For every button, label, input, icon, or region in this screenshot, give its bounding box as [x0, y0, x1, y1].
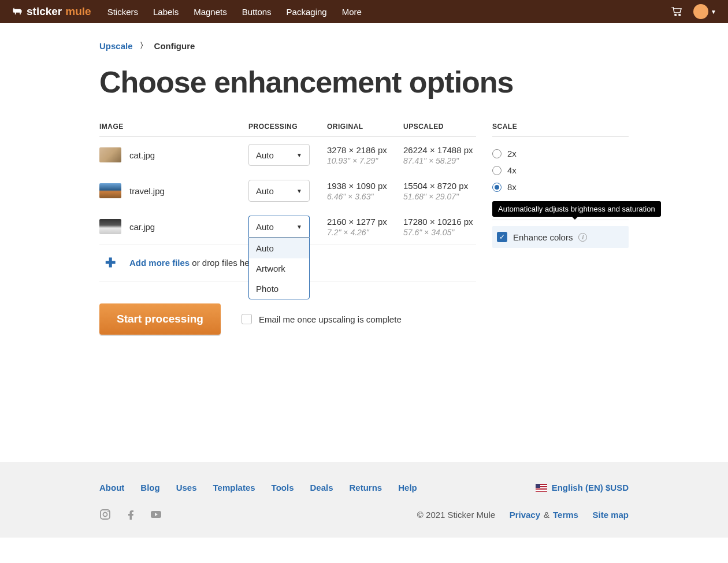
dropdown-option-photo[interactable]: Photo: [249, 279, 309, 299]
caret-down-icon: ▼: [296, 188, 302, 194]
instagram-icon[interactable]: [99, 509, 111, 520]
upscaled-in: 87.41" × 58.29": [403, 156, 476, 165]
ampersand: &: [544, 510, 549, 520]
footer-help[interactable]: Help: [398, 483, 417, 492]
upscaled-px: 17280 × 10216 px: [403, 217, 476, 227]
enhance-colors-checkbox[interactable]: ✓: [497, 232, 507, 242]
original-in: 10.93" × 7.29": [327, 156, 403, 165]
logo-text-1: sticker: [27, 5, 62, 18]
cell-upscaled: 17280 × 10216 px 57.6" × 34.05": [403, 217, 476, 237]
upscaled-in: 51.68" × 29.07": [403, 192, 476, 201]
footer-deals[interactable]: Deals: [310, 483, 333, 492]
cell-processing: Auto ▼: [248, 144, 327, 166]
svg-point-0: [674, 14, 676, 16]
upscaled-px: 26224 × 17488 px: [403, 145, 476, 155]
nav-stickers[interactable]: Stickers: [107, 7, 138, 17]
caret-down-icon: ▼: [296, 152, 302, 158]
footer-returns[interactable]: Returns: [350, 483, 382, 492]
header-right: ▼: [671, 4, 716, 19]
processing-dropdown: Auto Artwork Photo: [248, 238, 310, 299]
footer-tools[interactable]: Tools: [272, 483, 294, 492]
th-upscaled: UPSCALED: [403, 123, 476, 131]
radio-icon: [492, 183, 502, 192]
original-px: 1938 × 1090 px: [327, 181, 403, 191]
main-column: IMAGE PROCESSING ORIGINAL UPSCALED cat.j…: [99, 123, 476, 335]
processing-select[interactable]: Auto ▼: [248, 216, 310, 238]
enhance-colors-label: Enhance colors: [513, 232, 573, 242]
dropdown-option-auto[interactable]: Auto: [249, 238, 309, 258]
plus-icon: ✚: [99, 255, 121, 271]
donkey-icon: [12, 8, 23, 16]
site-footer: About Blog Uses Templates Tools Deals Re…: [0, 462, 728, 538]
processing-select[interactable]: Auto ▼: [248, 144, 310, 166]
cart-icon[interactable]: [671, 7, 682, 16]
footer-uses[interactable]: Uses: [176, 483, 197, 492]
sitemap-link[interactable]: Site map: [592, 510, 629, 520]
nav-magnets[interactable]: Magnets: [194, 7, 227, 17]
page-container: Upscale 〉 Configure Choose enhancement o…: [92, 23, 636, 369]
radio-label: 2x: [507, 149, 517, 158]
scale-option-8x[interactable]: 8x: [492, 179, 629, 195]
social-links: [99, 509, 162, 520]
original-px: 3278 × 2186 px: [327, 145, 403, 155]
th-processing: PROCESSING: [248, 123, 327, 131]
add-files-link[interactable]: Add more files: [129, 258, 190, 268]
table-body: cat.jpg Auto ▼ 3278 × 2186 px 10.93" × 7…: [99, 137, 476, 245]
nav-buttons[interactable]: Buttons: [242, 7, 272, 17]
nav-packaging[interactable]: Packaging: [287, 7, 327, 17]
facebook-icon[interactable]: [125, 509, 136, 520]
processing-select[interactable]: Auto ▼: [248, 180, 310, 202]
cell-original: 3278 × 2186 px 10.93" × 7.29": [327, 145, 403, 165]
dropdown-option-artwork[interactable]: Artwork: [249, 258, 309, 279]
thumbnail: [99, 219, 121, 234]
header-left: stickermule Stickers Labels Magnets Butt…: [12, 5, 362, 18]
upscaled-px: 15504 × 8720 px: [403, 181, 476, 191]
svg-point-4: [107, 511, 109, 512]
cell-processing: Auto ▼ Auto Artwork Photo: [248, 216, 327, 238]
cell-upscaled: 15504 × 8720 px 51.68" × 29.07": [403, 181, 476, 201]
scale-option-2x[interactable]: 2x: [492, 145, 629, 162]
footer-about[interactable]: About: [99, 483, 124, 492]
enhance-colors-row[interactable]: ✓ Enhance colors i: [492, 226, 629, 248]
footer-templates[interactable]: Templates: [213, 483, 255, 492]
email-checkbox[interactable]: [242, 314, 252, 324]
upscaled-in: 57.6" × 34.05": [403, 228, 476, 237]
cell-image: travel.jpg: [99, 183, 248, 198]
effects-section: EFFECTS Automatically adjusts brightness…: [492, 206, 629, 248]
page-title: Choose enhancement options: [99, 65, 629, 99]
email-label: Email me once upscaling is complete: [259, 314, 402, 324]
terms-link[interactable]: Terms: [553, 510, 578, 520]
sidebar: SCALE 2x 4x 8x EFFECTS Automatically adj…: [492, 123, 629, 248]
footer-blog[interactable]: Blog: [140, 483, 159, 492]
youtube-icon[interactable]: [150, 509, 162, 520]
nav-labels[interactable]: Labels: [153, 7, 179, 17]
select-value: Auto: [256, 222, 274, 232]
info-icon[interactable]: i: [578, 233, 587, 242]
table-row: travel.jpg Auto ▼ 1938 × 1090 px 6.46" ×…: [99, 173, 476, 209]
email-checkbox-row[interactable]: Email me once upscaling is complete: [242, 314, 402, 324]
locale-selector[interactable]: English (EN) $USD: [536, 483, 629, 492]
site-header: stickermule Stickers Labels Magnets Butt…: [0, 0, 728, 23]
flag-us-icon: [536, 484, 547, 492]
th-original: ORIGINAL: [327, 123, 403, 131]
scale-option-4x[interactable]: 4x: [492, 162, 629, 179]
legal: © 2021 Sticker Mule Privacy & Terms Site…: [417, 510, 629, 520]
filename: cat.jpg: [129, 150, 155, 160]
cell-original: 1938 × 1090 px 6.46" × 3.63": [327, 181, 403, 201]
tooltip: Automatically adjusts brightness and sat…: [492, 201, 661, 217]
original-in: 7.2" × 4.26": [327, 228, 403, 237]
nav-more[interactable]: More: [342, 7, 362, 17]
logo[interactable]: stickermule: [12, 5, 91, 18]
breadcrumb-upscale[interactable]: Upscale: [99, 41, 133, 51]
filename: travel.jpg: [129, 186, 165, 196]
add-files-text: Add more files or drop files here: [129, 258, 257, 268]
start-processing-button[interactable]: Start processing: [99, 303, 221, 335]
add-files-suffix: or drop files here: [190, 258, 257, 268]
scale-label: SCALE: [492, 123, 629, 137]
original-px: 2160 × 1277 px: [327, 217, 403, 227]
footer-links: About Blog Uses Templates Tools Deals Re…: [99, 483, 417, 492]
select-value: Auto: [256, 150, 274, 160]
footer-bottom: © 2021 Sticker Mule Privacy & Terms Site…: [99, 509, 629, 520]
account-menu[interactable]: ▼: [693, 4, 716, 19]
privacy-link[interactable]: Privacy: [510, 510, 540, 520]
